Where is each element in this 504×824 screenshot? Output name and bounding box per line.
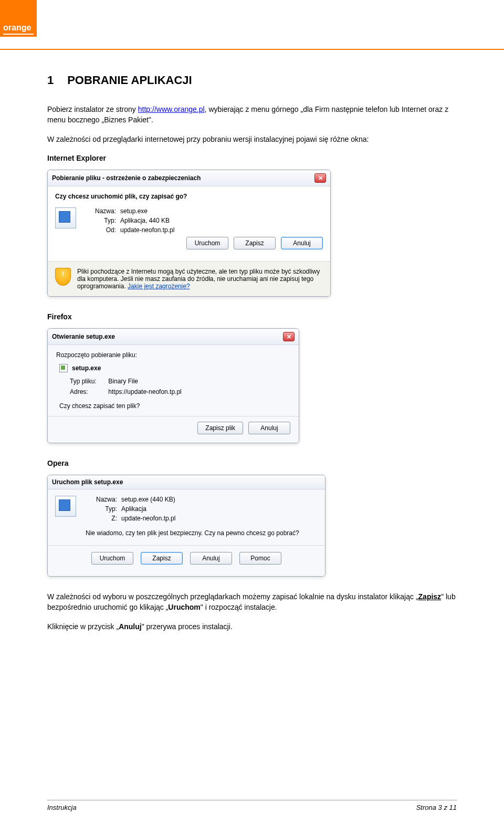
- download-url-link[interactable]: http://www.orange.pl: [138, 105, 205, 113]
- close-icon[interactable]: ✕: [283, 332, 295, 341]
- depends-paragraph: W zależności od przeglądarki internetowe…: [47, 134, 457, 144]
- application-icon: [55, 207, 76, 228]
- ie-warning-link[interactable]: Jakie jest zagrożenie?: [128, 283, 190, 290]
- ff-file-name: setup.exe: [72, 364, 101, 372]
- ff-dialog-titlebar: Otwieranie setup.exe ✕: [48, 329, 299, 345]
- ff-lead: Rozpoczęto pobieranie pliku:: [56, 351, 290, 359]
- ff-cancel-button[interactable]: Anuluj: [248, 422, 290, 434]
- op-ask: Nie wiadomo, czy ten plik jest bezpieczn…: [86, 528, 318, 538]
- zapisz-keyword: Zapisz: [418, 592, 442, 601]
- close-icon[interactable]: ✕: [314, 173, 326, 183]
- ie-name-value: setup.exe: [120, 207, 174, 215]
- ie-warning-strip: Pliki pochodzące z Internetu mogą być uż…: [48, 261, 330, 296]
- ff-dialog-title: Otwieranie setup.exe: [52, 333, 115, 340]
- anuluj-keyword: Anuluj: [119, 622, 142, 631]
- logo-text: orange: [3, 23, 34, 33]
- page-footer: Instrukcja Strona 3 z 11: [47, 800, 457, 811]
- op-name-value: setup.exe (440 KB): [121, 496, 318, 503]
- ie-warning-text: Pliki pochodzące z Internetu mogą być uż…: [77, 268, 320, 290]
- op-from-label: Z:: [86, 515, 117, 522]
- ff-ask: Czy chcesz zapisać ten plik?: [59, 402, 290, 410]
- op-dialog-titlebar: Uruchom plik setup.exe: [48, 475, 325, 489]
- op-run-button[interactable]: Uruchom: [91, 552, 133, 565]
- ff-addr-value: https://update-neofon.tp.pl: [108, 388, 181, 395]
- op-name-label: Nazwa:: [86, 496, 117, 503]
- orange-logo: orange: [0, 0, 37, 37]
- ff-addr-label: Adres:: [70, 387, 107, 397]
- op-type-value: Aplikacja: [121, 505, 318, 513]
- ie-run-button[interactable]: Uruchom: [186, 237, 228, 249]
- ie-dialog-titlebar: Pobieranie pliku - ostrzeżenie o zabezpi…: [48, 170, 330, 186]
- intro-paragraph: Pobierz instalator ze strony http://www.…: [47, 104, 457, 126]
- ie-type-value: Aplikacja, 440 KB: [120, 217, 174, 224]
- ff-type-value: Binary File: [108, 378, 138, 385]
- ie-save-button[interactable]: Zapisz: [234, 237, 276, 249]
- ie-type-label: Typ:: [85, 217, 116, 224]
- header: orange ™: [0, 0, 504, 50]
- opera-label: Opera: [47, 458, 457, 468]
- op-from-value: update-neofon.tp.pl: [121, 515, 318, 522]
- op-type-label: Typ:: [86, 505, 117, 513]
- op-help-button[interactable]: Pomoc: [239, 552, 281, 565]
- uruchom-keyword: Uruchom: [168, 603, 200, 611]
- outro-paragraph-2: Kliknięcie w przycisk „Anuluj" przerywa …: [47, 621, 457, 632]
- firefox-label: Firefox: [47, 311, 457, 322]
- op-dialog-title: Uruchom plik setup.exe: [52, 478, 123, 486]
- ie-cancel-button[interactable]: Anuluj: [281, 237, 323, 249]
- section-number: 1: [47, 74, 64, 87]
- footer-right: Strona 3 z 11: [416, 804, 457, 811]
- ie-name-label: Nazwa:: [85, 207, 116, 215]
- ie-question: Czy chcesz uruchomić plik, czy zapisać g…: [55, 193, 323, 200]
- shield-icon: [55, 268, 71, 286]
- opera-dialog: Uruchom plik setup.exe Nazwa: setup.exe …: [47, 475, 326, 577]
- ie-dialog-title: Pobieranie pliku - ostrzeżenie o zabezpi…: [52, 174, 201, 182]
- section-heading: 1 POBRANIE APLIKACJI: [47, 74, 457, 87]
- footer-left: Instrukcja: [47, 804, 77, 811]
- ie-from-label: Od:: [85, 226, 116, 234]
- outro-paragraph-1: W zależności od wyboru w poszczególnych …: [47, 591, 457, 613]
- ie-label: Internet Explorer: [47, 153, 457, 163]
- ie-from-value: update-neofon.tp.pl: [120, 226, 174, 234]
- section-title: POBRANIE APLIKACJI: [67, 74, 192, 87]
- ff-save-button[interactable]: Zapisz plik: [197, 422, 243, 434]
- op-cancel-button[interactable]: Anuluj: [190, 552, 232, 565]
- application-icon: [55, 496, 76, 517]
- ff-type-label: Typ pliku:: [70, 377, 107, 387]
- firefox-dialog: Otwieranie setup.exe ✕ Rozpoczęto pobier…: [47, 328, 299, 443]
- file-icon: [59, 364, 68, 372]
- ie-dialog: Pobieranie pliku - ostrzeżenie o zabezpi…: [47, 170, 331, 297]
- op-save-button[interactable]: Zapisz: [141, 552, 183, 565]
